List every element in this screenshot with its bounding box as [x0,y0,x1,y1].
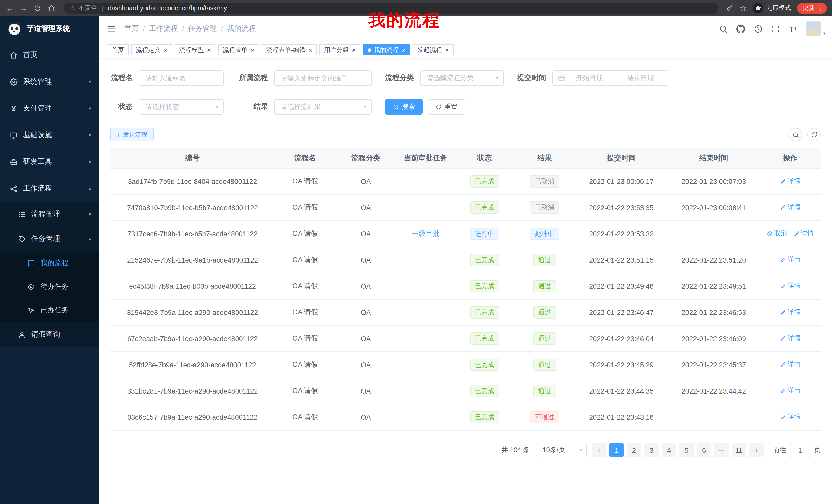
tab-process-definition[interactable]: 流程定义× [131,44,172,55]
browser-forward-icon[interactable]: → [19,4,28,12]
action-label: 详情 [787,387,800,395]
sidebar-logo-row[interactable]: 芋道管理系统 [0,16,99,41]
sidebar-item-todo-task[interactable]: 待办任务 [0,275,99,299]
search-button[interactable]: 搜索 [385,99,423,115]
page-button-5[interactable]: 5 [679,443,694,457]
sidebar-item-label: 工作流程 [23,184,52,193]
create-process-button[interactable]: + 发起流程 [110,128,154,141]
close-icon[interactable]: × [352,46,356,54]
sidebar-item-leave-query[interactable]: 请假查询 [0,322,99,347]
browser-home-icon[interactable] [47,4,56,11]
bookmark-star-icon[interactable]: ☆ [740,3,747,12]
submit-time-range-picker[interactable]: 开始日期 - 结束日期 [552,71,669,86]
sidebar-item-home[interactable]: 首页 [0,41,99,68]
help-icon[interactable] [754,24,762,33]
category-select[interactable]: 请选择流程分类 ▾ [420,71,504,86]
detail-link[interactable]: 详情 [780,334,800,343]
detail-link[interactable]: 详情 [780,177,800,186]
detail-link[interactable]: 详情 [780,308,800,317]
page-button-3[interactable]: 3 [644,443,659,457]
current-task-link[interactable]: 一级审批 [412,230,439,237]
refresh-table-icon[interactable] [807,128,821,141]
cell-result: 不通过 [515,404,575,430]
cell-process-name: OA 请假 [275,273,335,299]
sidebar-item-infrastructure[interactable]: 基础设施▾ [0,122,99,148]
cancel-link[interactable]: 取消 [766,229,787,238]
fullscreen-icon[interactable] [771,24,780,33]
page-size-select[interactable]: 10条/页 ▾ [537,443,587,457]
page-button-2[interactable]: 2 [627,443,641,457]
tab-home[interactable]: 首页 [107,44,129,55]
close-icon[interactable]: × [445,46,449,54]
avatar[interactable] [806,21,822,36]
sidebar-item-task-management[interactable]: 任务管理▴ [0,227,99,251]
breadcrumb-item[interactable]: 任务管理 [188,24,217,33]
browser-refresh-icon[interactable] [33,4,42,11]
sidebar-item-workflow[interactable]: 工作流程▴ [0,175,99,202]
page-button-11[interactable]: 11 [732,443,746,457]
close-icon[interactable]: × [251,46,254,54]
result-tag: 通过 [533,359,556,371]
column-header: 状态 [455,148,515,168]
tab-process-form[interactable]: 流程表单× [218,44,259,55]
workflow-icon [9,185,18,192]
home-icon [9,51,18,59]
result-select[interactable]: 请选择流结果 ▾ [274,99,372,115]
tab-process-model[interactable]: 流程模型× [175,44,215,55]
result-tag: 通过 [533,306,556,318]
tab-user-group[interactable]: 用户分组× [319,44,361,55]
font-size-icon[interactable]: TT [789,25,797,33]
page-button-1[interactable]: 1 [609,443,624,457]
sidebar-item-done-task[interactable]: 已办任务 [0,299,99,322]
breadcrumb-item[interactable]: 首页 [125,24,139,33]
hamburger-icon[interactable] [99,24,125,33]
password-key-icon[interactable] [726,4,733,12]
toolbox-icon [9,158,18,166]
close-icon[interactable]: × [163,46,167,54]
breadcrumb-item[interactable]: 工作流程 [149,24,178,33]
sidebar-item-process-management[interactable]: 流程管理▾ [0,202,99,227]
browser-back-icon[interactable]: ← [5,4,15,12]
detail-link[interactable]: 详情 [793,229,814,238]
detail-link[interactable]: 详情 [780,282,800,290]
cell-end-time: 2022-01-22 23:51:20 [668,247,760,273]
detail-link[interactable]: 详情 [780,360,800,369]
menu-dots-icon[interactable]: ⋮ [817,4,824,12]
process-name-input[interactable] [139,71,224,86]
next-page-button[interactable]: › [749,443,763,457]
search-icon[interactable] [719,24,728,33]
user-menu[interactable]: ▾ [806,21,825,36]
chevron-down-icon: ▾ [89,159,91,164]
process-def-input[interactable] [274,71,372,86]
detail-link[interactable]: 详情 [780,256,800,264]
close-icon[interactable]: × [207,46,211,54]
main-area: 首页 / 工作流程 / 任务管理 / 我的流程 TT ▾ [99,16,832,504]
tab-process-form-edit[interactable]: 流程表单-编辑× [262,44,317,55]
edit-icon [780,388,786,394]
sidebar-item-payment-management[interactable]: ¥支付管理▾ [0,95,99,122]
goto-page-input[interactable] [790,443,810,457]
sidebar-item-dev-tools[interactable]: 研发工具▾ [0,148,99,175]
detail-link[interactable]: 详情 [780,387,800,395]
create-process-label: 发起流程 [123,130,147,139]
close-icon[interactable]: × [309,46,312,54]
tab-start-process[interactable]: 发起流程× [413,44,453,55]
sidebar-item-system-management[interactable]: 系统管理▾ [0,68,99,95]
status-select[interactable]: 请选择状态 ▾ [139,99,224,115]
sidebar-item-my-process[interactable]: 我的流程 [0,251,99,275]
reset-button[interactable]: 重置 [428,99,465,115]
github-icon[interactable] [736,24,745,33]
tab-my-process[interactable]: 我的流程× [363,44,410,55]
page-button-4[interactable]: 4 [662,443,676,457]
close-icon[interactable]: × [401,46,406,54]
status-tag: 已完成 [470,306,499,318]
prev-page-button[interactable]: ‹ [592,443,606,457]
browser-update-button[interactable]: 更新 ⋮ [797,2,827,13]
detail-link[interactable]: 详情 [780,203,800,212]
toggle-search-icon[interactable] [789,128,802,141]
detail-link[interactable]: 详情 [780,413,800,422]
page-button-6[interactable]: 6 [697,443,711,457]
warning-icon: ⚠ [70,4,76,11]
more-pages-icon[interactable]: ··· [714,443,729,457]
cell-end-time: 2022-01-23 00:08:41 [668,194,760,221]
